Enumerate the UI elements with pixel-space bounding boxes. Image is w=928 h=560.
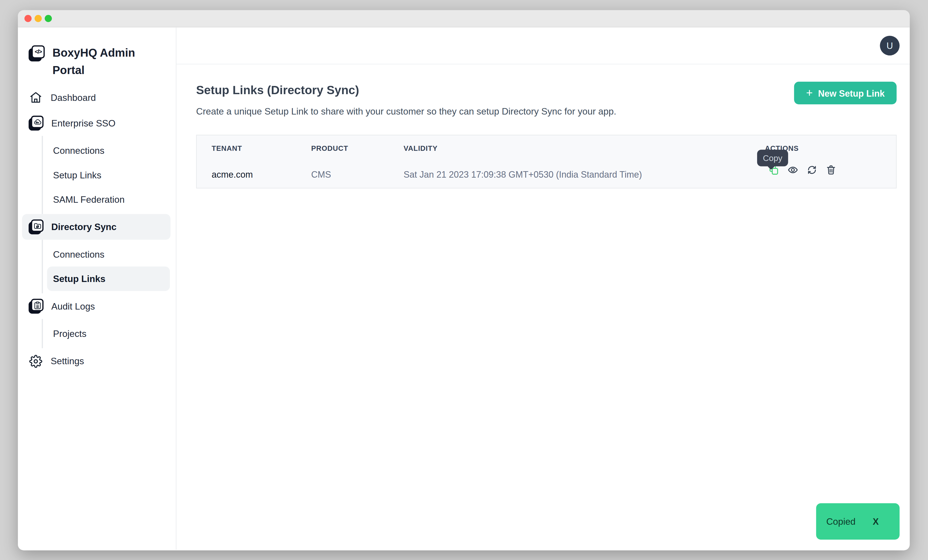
column-header-product: PRODUCT [311,144,348,153]
boxyhq-logo-icon: </> [29,45,45,61]
copy-tooltip: Copy [757,150,788,166]
trash-icon [826,165,836,175]
copy-tooltip-label: Copy [763,153,782,163]
view-link-button[interactable] [788,165,798,175]
sidebar-item-ds-connections[interactable]: Connections [43,242,176,266]
gear-icon [29,354,43,368]
sidebar-item-settings[interactable]: Settings [18,348,176,374]
delete-link-button[interactable] [826,165,836,175]
audit-logs-subnav: Projects [42,319,176,348]
user-avatar[interactable]: U [880,36,899,55]
sidebar-item-sso-setup-links[interactable]: Setup Links [43,163,176,187]
new-setup-link-button[interactable]: + New Setup Link [794,82,896,104]
sidebar-item-label: Directory Sync [51,221,116,232]
app-body: </> BoxyHQ Admin Portal Dashboard [18,27,910,549]
setup-links-page: Setup Links (Directory Sync) Create a un… [176,64,910,188]
sidebar-item-label: Dashboard [51,92,96,103]
sidebar-item-enterprise-sso[interactable]: Enterprise SSO [18,110,176,136]
new-setup-link-label: New Setup Link [818,88,885,98]
cell-product: CMS [311,169,331,180]
close-window-button[interactable] [24,15,32,22]
setup-links-table: TENANT PRODUCT VALIDITY ACTIONS acme.com… [196,135,897,188]
sidebar-item-dashboard[interactable]: Dashboard [18,85,176,110]
main-area: U Setup Links (Directory Sync) Create a … [176,27,910,549]
desktop-background: </> BoxyHQ Admin Portal Dashboard [0,0,928,560]
sidebar-item-sso-connections[interactable]: Connections [43,138,176,163]
app-title: BoxyHQ Admin Portal [52,44,142,79]
sidebar-item-label: Audit Logs [51,301,95,311]
cell-tenant: acme.com [212,169,253,180]
toast-message: Copied [826,516,855,527]
sidebar-item-label: Settings [51,356,84,366]
minimize-window-button[interactable] [35,15,42,22]
sidebar-item-projects[interactable]: Projects [43,322,176,346]
toast-close-button[interactable]: X [873,516,879,526]
cell-validity: Sat Jan 21 2023 17:09:38 GMT+0530 (India… [404,169,642,180]
column-header-tenant: TENANT [212,144,242,153]
zoom-window-button[interactable] [45,15,52,22]
sidebar-item-saml-federation[interactable]: SAML Federation [43,187,176,212]
window-titlebar [18,10,910,27]
sidebar-nav: Dashboard Enterprise S [18,85,176,374]
refresh-icon [806,165,817,175]
code-glyph: </> [35,49,42,55]
home-icon [29,91,43,104]
enterprise-sso-subnav: Connections Setup Links SAML Federation [42,136,176,214]
sidebar-item-label: Enterprise SSO [51,118,115,128]
app-window: </> BoxyHQ Admin Portal Dashboard [18,10,910,550]
page-title: Setup Links (Directory Sync) [196,82,897,98]
sidebar-item-audit-logs[interactable]: Audit Logs [18,293,176,319]
avatar-initial: U [887,41,893,51]
topbar: U [176,27,910,64]
sidebar-item-directory-sync[interactable]: Directory Sync [22,214,171,240]
copied-toast: Copied X [816,504,900,540]
plus-icon: + [806,87,813,98]
sidebar-item-ds-setup-links[interactable]: Setup Links [47,267,170,291]
directory-sync-subnav: Connections Setup Links [42,240,176,293]
directory-sync-icon [29,220,43,234]
sidebar: </> BoxyHQ Admin Portal Dashboard [18,27,176,549]
column-header-validity: VALIDITY [404,144,438,153]
enterprise-sso-icon [29,116,43,131]
audit-logs-icon [29,299,43,314]
eye-icon [788,165,798,175]
app-logo: </> BoxyHQ Admin Portal [29,44,166,79]
regenerate-link-button[interactable] [806,165,817,175]
page-description: Create a unique Setup Link to share with… [196,104,685,118]
